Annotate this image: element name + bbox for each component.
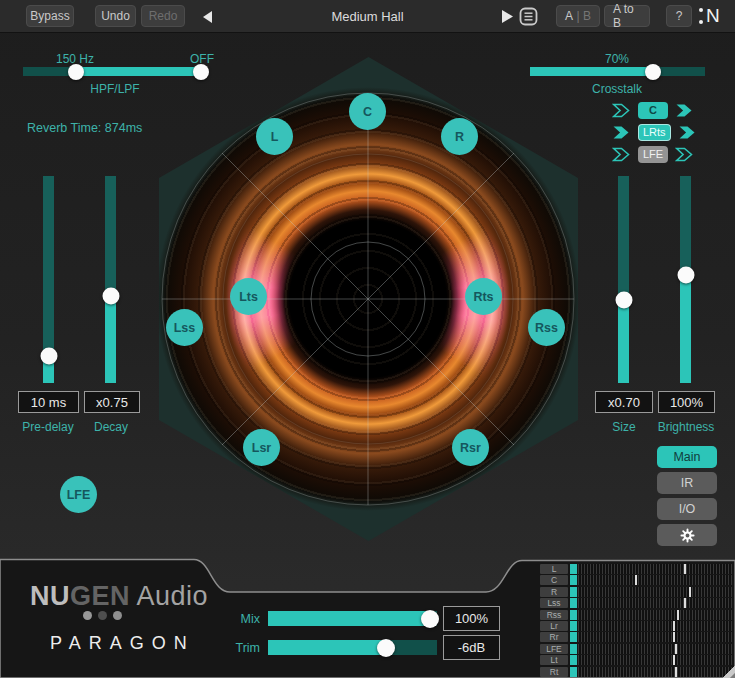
- speaker-node-rss[interactable]: Rss: [528, 309, 565, 346]
- product-name: PARAGON: [50, 633, 195, 654]
- meter-peak: [635, 575, 637, 585]
- meter-level: [570, 575, 577, 585]
- meter-row-rr: Rr: [540, 632, 732, 642]
- lpf-handle[interactable]: [193, 64, 209, 80]
- speaker-node-rts[interactable]: Rts: [465, 278, 502, 315]
- speaker-node-rsr[interactable]: Rsr: [452, 429, 489, 466]
- brand-dot: [98, 611, 107, 620]
- meter-bar: [578, 598, 732, 608]
- size-label: Size: [612, 420, 635, 434]
- meter-label: LFE: [540, 644, 568, 654]
- pre-delay-handle[interactable]: [40, 348, 57, 365]
- bypass-button[interactable]: Bypass: [26, 5, 74, 27]
- brightness-fill: [680, 275, 691, 383]
- nugen-logo-letter: N: [706, 6, 720, 25]
- route-out-chevron-solid[interactable]: [678, 125, 697, 140]
- meter-bar: [578, 587, 732, 597]
- decay-handle[interactable]: [102, 288, 119, 305]
- tab-main[interactable]: Main: [657, 446, 717, 468]
- settings-button[interactable]: [657, 524, 717, 546]
- brightness-handle[interactable]: [677, 267, 694, 284]
- size-value[interactable]: x0.70: [595, 391, 653, 413]
- brightness-value[interactable]: 100%: [658, 391, 715, 413]
- meter-label: Lt: [540, 655, 568, 665]
- meter-peak: [675, 644, 677, 654]
- speaker-node-lfe[interactable]: LFE: [60, 476, 97, 513]
- a-to-b-button[interactable]: A to B: [604, 5, 650, 27]
- size-fill: [618, 300, 629, 383]
- mix-slider[interactable]: [268, 611, 437, 626]
- route-in-chevron-outline[interactable]: [612, 147, 631, 162]
- undo-button[interactable]: Undo: [95, 5, 136, 27]
- crosstalk-handle[interactable]: [645, 64, 661, 80]
- hpf-handle[interactable]: [68, 64, 84, 80]
- route-c-button[interactable]: C: [638, 102, 668, 119]
- meter-row-lfe: LFE: [540, 644, 732, 654]
- meter-label: Rss: [540, 610, 568, 620]
- speaker-node-lss[interactable]: Lss: [166, 309, 203, 346]
- speaker-node-c[interactable]: C: [349, 93, 386, 130]
- redo-button[interactable]: Redo: [141, 5, 185, 27]
- trim-handle[interactable]: [377, 639, 395, 657]
- mix-label: Mix: [224, 612, 260, 626]
- size-handle[interactable]: [615, 292, 632, 309]
- decay-value[interactable]: x0.75: [84, 391, 140, 413]
- nugen-logo: N: [699, 6, 720, 25]
- brightness-slider[interactable]: [680, 176, 691, 383]
- brand-dot: [113, 611, 122, 620]
- route-in-chevron-solid[interactable]: [612, 125, 631, 140]
- previous-preset-icon[interactable]: [202, 10, 213, 24]
- reverb-time-readout: Reverb Time: 874ms: [27, 121, 142, 135]
- preset-name[interactable]: Medium Hall: [285, 0, 450, 33]
- speaker-node-lts[interactable]: Lts: [230, 278, 267, 315]
- speaker-node-r[interactable]: R: [441, 118, 478, 155]
- ab-compare-button[interactable]: A | B: [556, 5, 600, 27]
- meter-level: [570, 610, 577, 620]
- resize-grip[interactable]: [723, 666, 735, 678]
- trim-label: Trim: [224, 641, 260, 655]
- meter-level: [570, 564, 577, 574]
- top-toolbar: Bypass Undo Redo Medium Hall A | B A to …: [0, 0, 735, 33]
- brand-dot: [83, 611, 92, 620]
- meter-level: [570, 621, 577, 631]
- next-preset-icon[interactable]: [501, 9, 513, 24]
- hpf-lpf-slider[interactable]: [23, 67, 207, 76]
- pre-delay-value[interactable]: 10 ms: [18, 391, 79, 413]
- meter-peak: [677, 610, 679, 620]
- route-in-chevron-outline[interactable]: [612, 103, 631, 118]
- preset-list-icon[interactable]: [519, 7, 538, 26]
- hpf-lpf-fill: [76, 67, 201, 76]
- decay-slider[interactable]: [105, 176, 116, 383]
- mix-handle[interactable]: [421, 610, 439, 628]
- routing-row-c: C: [612, 101, 698, 119]
- help-button[interactable]: ?: [666, 5, 692, 27]
- meter-label: Rt: [540, 667, 568, 677]
- meter-peak: [673, 655, 675, 665]
- nugen-logo-dots: [699, 8, 703, 24]
- meter-bar: [578, 655, 732, 665]
- meter-row-lr: Lr: [540, 621, 732, 631]
- meter-label: Rr: [540, 632, 568, 642]
- crosstalk-slider[interactable]: [530, 67, 705, 76]
- trim-fill: [268, 640, 386, 655]
- route-out-chevron-solid[interactable]: [675, 103, 694, 118]
- ab-b-label: B: [583, 9, 591, 23]
- trim-slider[interactable]: [268, 640, 437, 655]
- crosstalk-value: 70%: [605, 52, 629, 66]
- speaker-node-l[interactable]: L: [256, 118, 293, 155]
- tab-io[interactable]: I/O: [657, 498, 717, 520]
- size-slider[interactable]: [618, 176, 629, 383]
- meter-label: R: [540, 587, 568, 597]
- mix-value[interactable]: 100%: [443, 606, 500, 631]
- meter-label: C: [540, 575, 568, 585]
- trim-value[interactable]: -6dB: [443, 635, 500, 660]
- speaker-node-lsr[interactable]: Lsr: [243, 429, 280, 466]
- route-lfe-button[interactable]: LFE: [638, 146, 668, 163]
- meter-bar: [578, 644, 732, 654]
- pre-delay-slider[interactable]: [43, 176, 54, 383]
- brand-logo: NUGEN Audio: [30, 581, 208, 612]
- route-out-chevron-outline[interactable]: [675, 147, 694, 162]
- route-lrts-button[interactable]: LRts: [638, 124, 671, 141]
- meter-level: [570, 655, 577, 665]
- tab-ir[interactable]: IR: [657, 472, 717, 494]
